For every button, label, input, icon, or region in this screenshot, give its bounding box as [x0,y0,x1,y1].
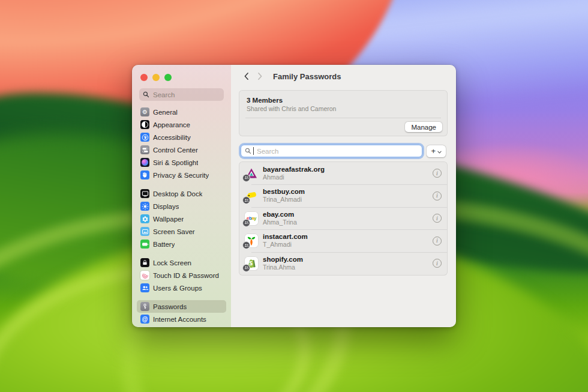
battery-icon [140,240,149,249]
sidebar-item-label: Battery [153,241,175,248]
forward-button[interactable] [254,71,266,82]
password-site: bayareafastrak.org [263,166,433,173]
password-site: ebay.com [263,211,433,219]
info-button[interactable]: i [433,214,442,223]
sidebar-item-label: Accessibility [153,134,191,141]
sidebar-item-accessibility[interactable]: Accessibility [137,131,226,143]
back-button[interactable] [241,71,252,82]
shared-badge-icon [242,196,250,204]
sidebar-item-label: Touch ID & Password [153,272,219,279]
minimize-button[interactable] [152,74,160,81]
control-center-icon [140,145,149,154]
flower-icon [140,214,149,223]
close-button[interactable] [140,74,148,81]
sidebar-group: Desktop & Dock Displays Wallpaper Screen… [137,187,226,250]
password-row[interactable]: ebay ebay.com Ahma_Trina i [239,207,447,230]
sidebar-group: Lock Screen Touch ID & Password Users & … [137,256,226,294]
sidebar-item-desktop-dock[interactable]: Desktop & Dock [137,187,226,200]
page-title: Family Passwords [273,72,341,81]
info-icon: i [436,193,438,199]
sidebar-item-lock-screen[interactable]: Lock Screen [137,256,226,269]
password-site: instacart.com [263,233,433,241]
sidebar-item-control-center[interactable]: Control Center [137,143,226,156]
passwords-list: bayareafastrak.org Ahmadi i bestbuy.com … [239,161,448,276]
shared-badge-icon [242,219,250,227]
sidebar-item-label: Passwords [153,303,187,310]
shared-badge-icon [242,264,250,272]
members-count: 3 Members [247,96,440,104]
key-icon [140,302,149,311]
sidebar-item-label: Desktop & Dock [153,190,202,198]
family-passwords-pane: Family Passwords 3 Members Shared with C… [231,65,456,327]
password-username: T_Ahmadi [263,241,433,249]
at-icon: @ [140,315,149,324]
password-username: Trina.Ahma [263,264,433,271]
settings-sidebar: ⚙ General Appearance Accessibility Contr… [132,65,231,327]
gear-icon: ⚙ [140,107,149,116]
sidebar-item-privacy-security[interactable]: Privacy & Security [137,169,226,181]
info-button[interactable]: i [433,259,442,268]
search-icon [143,89,149,100]
hand-icon [140,170,149,179]
sidebar-item-label: Screen Saver [153,228,195,235]
sun-icon [140,202,149,211]
password-row[interactable]: bestbuy.com Trina_Ahmadi i [239,185,447,208]
sidebar-item-label: Siri & Spotlight [153,159,198,166]
members-shared-with: Shared with Chris and Cameron [247,105,440,113]
password-row[interactable]: bayareafastrak.org Ahmadi i [239,162,447,185]
password-username: Trina_Ahmadi [263,196,433,204]
sidebar-nav: ⚙ General Appearance Accessibility Contr… [132,106,231,325]
password-site: bestbuy.com [263,188,433,196]
sidebar-item-passwords[interactable]: Passwords [137,300,226,313]
plus-icon: + [431,147,436,155]
password-username: Ahmadi [263,173,433,181]
sidebar-item-label: Internet Accounts [153,316,206,323]
sidebar-item-label: General [153,109,178,116]
password-row[interactable]: S shopify.com Trina.Ahma i [239,252,447,275]
shared-badge-icon [242,174,250,182]
sidebar-item-label: Users & Groups [153,285,202,292]
password-username: Ahma_Trina [263,219,433,226]
users-icon [140,283,149,292]
chevron-down-icon [437,146,442,155]
add-password-button[interactable]: + [427,145,446,157]
sidebar-item-label: Displays [153,203,179,210]
sidebar-item-general[interactable]: ⚙ General [137,106,226,118]
info-icon: i [436,170,438,176]
info-button[interactable]: i [433,191,442,201]
passwords-search-input[interactable] [256,147,418,155]
zoom-button[interactable] [164,74,172,81]
sidebar-item-screen-saver[interactable]: Screen Saver [137,225,226,238]
sidebar-item-label: Appearance [153,121,190,128]
passwords-search-field[interactable] [241,145,422,157]
window-controls [132,65,231,81]
members-card: 3 Members Shared with Chris and Cameron … [239,90,448,136]
info-icon: i [436,216,438,222]
sidebar-item-appearance[interactable]: Appearance [137,118,226,131]
info-button[interactable]: i [433,169,442,178]
password-row[interactable]: instacart.com T_Ahmadi i [239,230,447,253]
sidebar-item-wallpaper[interactable]: Wallpaper [137,213,226,225]
sidebar-group: ⚙ General Appearance Accessibility Contr… [137,106,226,181]
system-settings-window: ⚙ General Appearance Accessibility Contr… [132,65,456,327]
manage-button[interactable]: Manage [405,122,442,132]
info-icon: i [436,261,438,267]
info-icon: i [436,238,438,244]
members-summary: 3 Members Shared with Chris and Cameron [239,91,447,118]
sidebar-item-label: Lock Screen [153,259,191,267]
sidebar-item-users-groups[interactable]: Users & Groups [137,282,226,294]
sidebar-group: Passwords @ Internet Accounts [137,300,226,325]
password-site: shopify.com [263,256,433,264]
sidebar-item-battery[interactable]: Battery [137,238,226,250]
sidebar-item-label: Privacy & Security [153,172,209,179]
siri-icon [140,158,149,167]
text-caret [253,147,254,155]
sidebar-search-field[interactable] [139,88,224,101]
sidebar-item-touch-id-password[interactable]: Touch ID & Password [137,269,226,282]
sidebar-item-internet-accounts[interactable]: @ Internet Accounts [137,313,226,325]
sidebar-search-input[interactable] [152,91,220,99]
sidebar-item-displays[interactable]: Displays [137,200,226,213]
desktop-dock-icon [140,189,149,198]
sidebar-item-siri-spotlight[interactable]: Siri & Spotlight [137,156,226,169]
info-button[interactable]: i [433,237,442,246]
